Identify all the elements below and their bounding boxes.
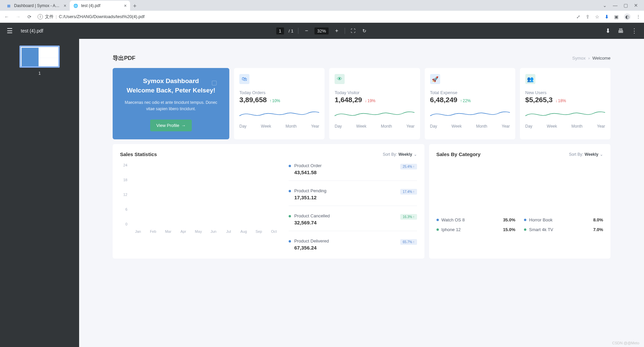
page-thumbnail[interactable] (19, 46, 60, 68)
reload-button[interactable]: ⟳ (26, 14, 33, 19)
bar-chart: 24181260 JanFebMarAprMayJunJulAugSepOct (120, 163, 281, 233)
maximize-button[interactable]: ▢ (624, 3, 628, 8)
pdf-right-controls: ⬇ 🖶 ⋮ (605, 27, 637, 34)
period-tab[interactable]: Year (597, 124, 605, 129)
period-tab[interactable]: Day (239, 124, 246, 129)
minimize-button[interactable]: — (613, 3, 618, 8)
legend-label: Product Pending (294, 188, 327, 193)
sales-category-card: Sales By Category Sort By: Weekly ⌄ Watc… (429, 144, 610, 259)
period-tab[interactable]: Year (311, 124, 319, 129)
category-value: 35.0% (503, 217, 515, 222)
dot-icon (524, 228, 526, 231)
period-tab[interactable]: Year (502, 124, 510, 129)
print-icon[interactable]: 🖶 (618, 27, 624, 34)
sparkline (430, 107, 510, 120)
close-icon[interactable]: × (124, 3, 127, 8)
period-tab[interactable]: Week (452, 124, 462, 129)
chevron-down-icon[interactable]: ⌄ (603, 3, 607, 8)
forward-button[interactable]: → (15, 14, 21, 19)
back-button[interactable]: ← (3, 14, 10, 19)
rotate-icon[interactable]: ↻ (361, 27, 368, 34)
sidepanel-icon[interactable]: ▣ (614, 14, 619, 19)
stat-delta: ↑22% (460, 98, 471, 103)
dot-icon (436, 219, 439, 221)
browser-tab-pdf[interactable]: 🌐 test (4).pdf × (70, 1, 130, 11)
period-tab[interactable]: Month (286, 124, 297, 129)
browser-tab-dashboard[interactable]: ▦ Dashboard | Symox - Admin & × (3, 1, 70, 11)
legend-item: Product Pending 17,351.12 17.4% ↑ (289, 188, 417, 206)
sparkline (525, 107, 605, 120)
stat-period-tabs: DayWeekMonthYear (525, 124, 605, 129)
stat-period-tabs: DayWeekMonthYear (430, 124, 510, 129)
arrow-up-icon: ↑ (413, 240, 415, 244)
stat-delta: ↓19% (365, 98, 375, 103)
zoom-value[interactable]: 32% (314, 27, 329, 34)
stat-label: Total Expense (430, 90, 510, 95)
period-tab[interactable]: Year (406, 124, 414, 129)
period-tab[interactable]: Week (356, 124, 366, 129)
stat-icon: 👥 (525, 74, 535, 84)
arrow-up-icon: ↑ (460, 98, 462, 103)
zoom-out-button[interactable]: − (303, 28, 310, 34)
kebab-menu-icon[interactable]: ⋮ (636, 14, 641, 19)
profile-avatar[interactable]: ◐ (624, 13, 631, 20)
download-icon[interactable]: ⬇ (605, 14, 609, 19)
kebab-menu-icon[interactable]: ⋮ (631, 27, 637, 34)
legend-item: Product Order 43,541.58 25.4% ↑ (289, 163, 417, 181)
sales-statistics-card: Sales Statistics Sort By: Weekly ⌄ 24181… (113, 144, 424, 259)
close-icon[interactable]: × (64, 3, 66, 8)
arrow-down-icon: ↓ (365, 98, 367, 103)
y-axis-ticks: 24181260 (120, 163, 129, 226)
stat-icon: 🚀 (430, 74, 440, 84)
page-content: 导出PDF Symox › Welcome Symox Dashboard We… (79, 39, 644, 347)
hamburger-icon[interactable]: ☰ (7, 27, 13, 35)
share-icon[interactable]: ⇪ (586, 14, 590, 19)
zoom-in-button[interactable]: + (333, 28, 340, 34)
stat-period-tabs: DayWeekMonthYear (239, 124, 319, 129)
period-tab[interactable]: Month (571, 124, 582, 129)
tab-title: Dashboard | Symox - Admin & (14, 3, 61, 8)
chevron-down-icon: ⌄ (414, 152, 417, 157)
stat-value: 3,89,658 (239, 96, 267, 104)
fit-page-icon[interactable]: ⛶ (350, 27, 356, 34)
page-scroll-area[interactable]: 导出PDF Symox › Welcome Symox Dashboard We… (79, 39, 644, 347)
sort-by-dropdown[interactable]: Sort By: Weekly ⌄ (569, 152, 603, 157)
arrow-up-icon: ↑ (413, 190, 415, 194)
legend-item: Product Cancelled 32,569.74 16.3% ↑ (289, 213, 417, 231)
legend-value: 32,569.74 (294, 220, 330, 225)
stat-card-2: 🚀 Total Expense 6,48,249 ↑22% DayWeekMon… (425, 68, 515, 139)
period-tab[interactable]: Month (476, 124, 487, 129)
category-value: 15.0% (503, 227, 515, 232)
category-legend: Watch OS 8 35.0% Iphone 12 15.0% Horror … (436, 217, 603, 232)
thumbnail-page-number: 1 (39, 71, 41, 76)
grid-icon: ▦ (6, 3, 11, 8)
view-profile-button[interactable]: View Profile → (150, 120, 191, 131)
period-tab[interactable]: Day (335, 124, 342, 129)
sales-legend: Product Order 43,541.58 25.4% ↑ Product … (289, 163, 417, 253)
pdf-filename: test (4).pdf (21, 28, 43, 33)
legend-label: Product Order (294, 163, 322, 168)
stat-icon: 🛍 (239, 74, 249, 84)
zoom-icon[interactable]: ⤢ (576, 14, 580, 19)
address-bar[interactable]: i 文件 | C:/Users/ZHANG/Downloads/test%20(… (38, 14, 572, 20)
top-row: Symox Dashboard Welcome Back, Peter Kels… (113, 68, 610, 139)
period-tab[interactable]: Month (381, 124, 392, 129)
period-tab[interactable]: Week (547, 124, 557, 129)
category-value: 7.0% (593, 227, 603, 232)
breadcrumb-root[interactable]: Symox (572, 56, 586, 61)
new-tab-button[interactable]: + (130, 1, 139, 11)
browser-tab-strip: ▦ Dashboard | Symox - Admin & × 🌐 test (… (0, 0, 644, 11)
period-tab[interactable]: Day (525, 124, 532, 129)
stat-value: 1,648,29 (335, 96, 362, 104)
page-current-input[interactable]: 1 (276, 27, 284, 34)
close-window-button[interactable]: ✕ (634, 3, 638, 8)
sort-by-dropdown[interactable]: Sort By: Weekly ⌄ (383, 152, 417, 157)
period-tab[interactable]: Week (261, 124, 271, 129)
period-tab[interactable]: Day (430, 124, 437, 129)
download-pdf-icon[interactable]: ⬇ (605, 27, 610, 34)
chevron-down-icon: ⌄ (600, 152, 603, 157)
info-icon[interactable]: i (38, 14, 43, 19)
breadcrumb: Symox › Welcome (572, 56, 610, 61)
bookmark-icon[interactable]: ☆ (595, 14, 599, 19)
stat-label: New Users (525, 90, 605, 95)
